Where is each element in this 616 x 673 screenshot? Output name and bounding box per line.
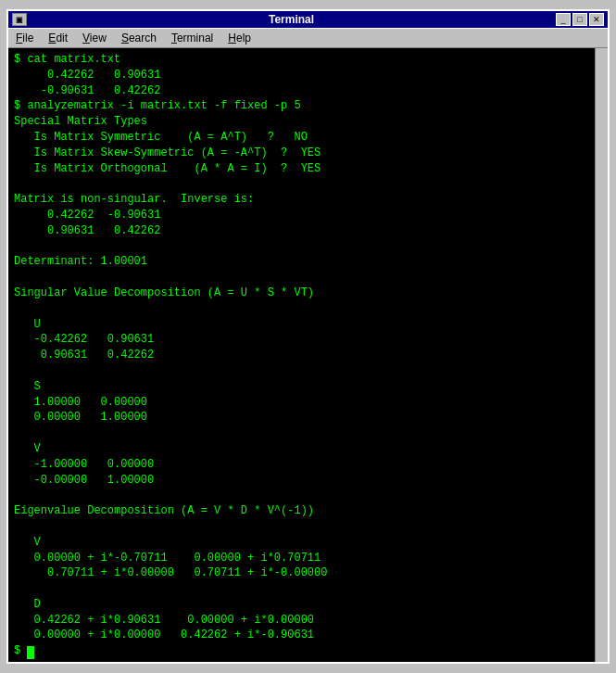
- title-bar: ▣ Terminal _ □ ✕: [8, 11, 608, 29]
- menu-view[interactable]: View: [79, 31, 110, 45]
- terminal-wrapper: $ cat matrix.txt 0.42262 0.90631 -0.9063…: [8, 48, 608, 662]
- close-button[interactable]: ✕: [589, 13, 604, 26]
- menu-search[interactable]: Search: [118, 31, 160, 45]
- terminal-output: $ cat matrix.txt 0.42262 0.90631 -0.9063…: [14, 52, 589, 659]
- minimize-button[interactable]: _: [556, 13, 571, 26]
- window-controls: _ □ ✕: [556, 13, 604, 26]
- menu-bar: File Edit View Search Terminal Help: [8, 29, 608, 48]
- terminal-body[interactable]: $ cat matrix.txt 0.42262 0.90631 -0.9063…: [8, 48, 595, 662]
- menu-help[interactable]: Help: [224, 31, 255, 45]
- menu-edit[interactable]: Edit: [44, 31, 71, 45]
- window-title: Terminal: [27, 13, 556, 26]
- terminal-cursor: [27, 646, 34, 659]
- window-icon: ▣: [12, 13, 27, 26]
- menu-terminal[interactable]: Terminal: [168, 31, 217, 45]
- maximize-button[interactable]: □: [572, 13, 587, 26]
- scrollbar[interactable]: [595, 48, 608, 662]
- menu-file[interactable]: File: [12, 31, 37, 45]
- terminal-window: ▣ Terminal _ □ ✕ File Edit View Search T…: [6, 9, 610, 664]
